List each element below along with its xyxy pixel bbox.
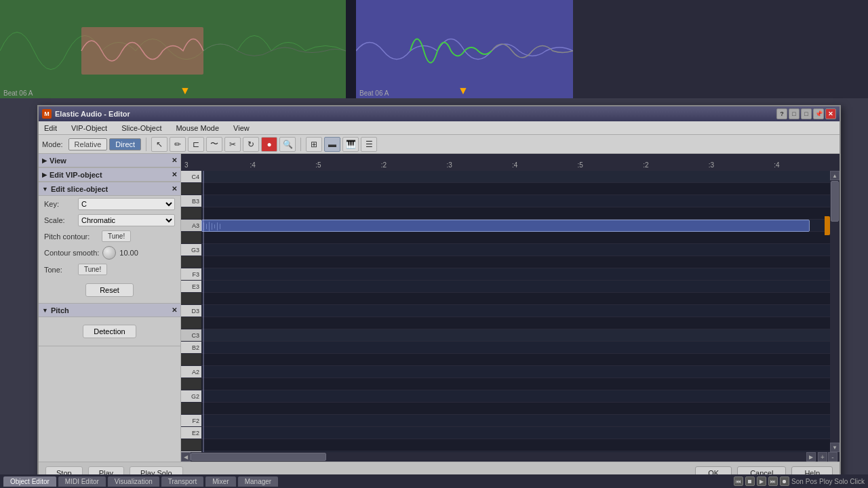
transport-icon-1[interactable]: ⏮ bbox=[734, 476, 743, 486]
slice-arrow: ▼ bbox=[42, 186, 48, 192]
grid-button[interactable]: ⊞ bbox=[306, 137, 322, 152]
row-Bb3 bbox=[201, 207, 830, 220]
pin-button[interactable]: 📌 bbox=[813, 108, 824, 119]
scale-row: Scale: ChromaticMajorMinor bbox=[39, 212, 180, 228]
transport-icon-2[interactable]: ⏹ bbox=[745, 476, 755, 486]
key-G2: G2 bbox=[181, 390, 201, 403]
tune-button-1[interactable]: Tune! bbox=[102, 230, 131, 242]
edit-slice-close[interactable]: ✕ bbox=[172, 185, 177, 192]
tune-button-2[interactable]: Tune! bbox=[78, 264, 107, 275]
title-bar: M Elastic Audio - Editor ? □ □ 📌 ✕ bbox=[39, 106, 840, 121]
menu-edit[interactable]: Edit bbox=[42, 124, 59, 132]
tab-mixer[interactable]: Mixer bbox=[205, 476, 235, 487]
transport-icon-4[interactable]: ⏭ bbox=[768, 476, 778, 486]
menu-slice-object[interactable]: Slice-Object bbox=[119, 124, 163, 132]
edit-vip-header[interactable]: ▶ Edit VIP-object ✕ bbox=[39, 168, 180, 182]
zoom-out-button[interactable]: - bbox=[828, 452, 837, 462]
row-F2 bbox=[201, 415, 830, 427]
tab-visualization[interactable]: Visualization bbox=[108, 476, 159, 487]
toolbar-separator-1 bbox=[146, 138, 146, 151]
edit-vip-close[interactable]: ✕ bbox=[172, 171, 177, 178]
close-button[interactable]: ✕ bbox=[825, 108, 836, 119]
key-Bb2 bbox=[181, 354, 201, 366]
search-tool-button[interactable]: 🔍 bbox=[279, 137, 296, 152]
title-bar-controls: ? □ □ 📌 ✕ bbox=[776, 108, 836, 119]
zoom-in-button[interactable]: + bbox=[818, 452, 827, 462]
mark-9: :3 bbox=[709, 161, 774, 169]
scroll-down-button[interactable]: ▼ bbox=[830, 443, 840, 452]
pitch-close[interactable]: ✕ bbox=[172, 306, 177, 314]
mark-4: :2 bbox=[381, 161, 447, 169]
scroll-left-button[interactable]: ◀ bbox=[181, 452, 191, 462]
mark-2: :4 bbox=[250, 161, 316, 169]
left-panel: ▶ View ✕ ▶ Edit VIP-object ✕ ▼ Edit slic… bbox=[39, 154, 181, 462]
zoom-controls: + - bbox=[816, 452, 840, 462]
scroll-right-button[interactable]: ▶ bbox=[806, 452, 816, 462]
scroll-track[interactable] bbox=[830, 180, 840, 443]
relative-mode-button[interactable]: Relative bbox=[68, 138, 108, 150]
tab-manager[interactable]: Manager bbox=[238, 476, 278, 487]
right-waveform-label: Beat 06 A bbox=[359, 89, 389, 97]
direct-mode-button[interactable]: Direct bbox=[109, 138, 141, 150]
key-E3: E3 bbox=[181, 281, 201, 293]
pitch-contour-row: Pitch contour: Tune! bbox=[39, 228, 180, 244]
eraser-tool-button[interactable]: ✂ bbox=[224, 137, 241, 152]
transport-icon-5[interactable]: ⏺ bbox=[780, 476, 789, 486]
transport-icon-3[interactable]: ▶ bbox=[757, 476, 766, 486]
scroll-thumb[interactable] bbox=[831, 181, 839, 222]
h-scroll-thumb[interactable] bbox=[191, 453, 326, 461]
key-Ab2 bbox=[181, 378, 201, 390]
record-tool-button[interactable]: ● bbox=[261, 137, 277, 152]
menu-view[interactable]: View bbox=[231, 124, 252, 132]
playhead[interactable] bbox=[203, 171, 204, 452]
row-Bb2 bbox=[201, 354, 830, 366]
scroll-up-button[interactable]: ▲ bbox=[830, 171, 840, 180]
scale-select[interactable]: ChromaticMajorMinor bbox=[78, 214, 175, 226]
grid-lines bbox=[201, 171, 830, 452]
editor-window: M Elastic Audio - Editor ? □ □ 📌 ✕ Edit … bbox=[37, 105, 841, 485]
detection-button[interactable]: Detection bbox=[83, 325, 136, 338]
reset-container: Reset bbox=[39, 277, 180, 303]
view-close[interactable]: ✕ bbox=[172, 157, 177, 164]
tone-row: Tone: Tune! bbox=[39, 262, 180, 277]
h-scroll-track[interactable] bbox=[191, 452, 806, 462]
detection-container: Detection bbox=[39, 317, 180, 346]
minimize-button[interactable]: ? bbox=[776, 108, 787, 119]
tab-midi-editor[interactable]: MIDI Editor bbox=[58, 476, 106, 487]
app-icon: M bbox=[42, 109, 52, 119]
maximize-button[interactable]: □ bbox=[801, 108, 812, 119]
piano-view-button[interactable]: 🎹 bbox=[342, 137, 359, 152]
view-section-header[interactable]: ▶ View ✕ bbox=[39, 154, 180, 167]
list-view-button[interactable]: ☰ bbox=[361, 137, 377, 152]
tab-object-editor[interactable]: Object Editor bbox=[3, 476, 56, 487]
draw-tool-button[interactable]: ✏ bbox=[170, 137, 186, 152]
pitch-section: ▼ Pitch ✕ Detection bbox=[39, 304, 180, 346]
audio-clip[interactable] bbox=[201, 220, 810, 232]
restore-button[interactable]: □ bbox=[789, 108, 800, 119]
vertical-scrollbar: ▲ ▼ bbox=[830, 171, 840, 452]
reset-button[interactable]: Reset bbox=[85, 283, 134, 297]
pitch-section-header[interactable]: ▼ Pitch ✕ bbox=[39, 304, 180, 317]
select-tool-button[interactable]: ↖ bbox=[151, 137, 167, 152]
edit-vip-section: ▶ Edit VIP-object ✕ bbox=[39, 168, 180, 182]
waveform-view-button[interactable]: ▬ bbox=[324, 137, 340, 152]
window-title: Elastic Audio - Editor bbox=[55, 110, 130, 118]
tab-transport[interactable]: Transport bbox=[161, 476, 203, 487]
curve-tool-button[interactable]: 〜 bbox=[206, 137, 222, 152]
grid-area[interactable] bbox=[201, 171, 830, 452]
row-C4 bbox=[201, 171, 830, 183]
key-select[interactable]: CDEF bbox=[78, 198, 175, 210]
key-label: Key: bbox=[44, 200, 75, 208]
smooth-slider[interactable] bbox=[102, 246, 116, 260]
left-waveform-label: Beat 06 A bbox=[3, 89, 33, 97]
cut-tool-button[interactable]: ⊏ bbox=[188, 137, 204, 152]
menu-mouse-mode[interactable]: Mouse Mode bbox=[174, 124, 221, 132]
row-E3 bbox=[201, 281, 830, 293]
key-B3 bbox=[181, 183, 201, 195]
key-E2: E2 bbox=[181, 427, 201, 439]
edit-slice-header[interactable]: ▼ Edit slice-object ✕ bbox=[39, 182, 180, 196]
rotate-tool-button[interactable]: ↻ bbox=[243, 137, 259, 152]
mode-label: Mode: bbox=[42, 140, 63, 148]
menu-vip-object[interactable]: VIP-Object bbox=[69, 124, 109, 132]
clip-end-marker[interactable] bbox=[825, 216, 830, 235]
